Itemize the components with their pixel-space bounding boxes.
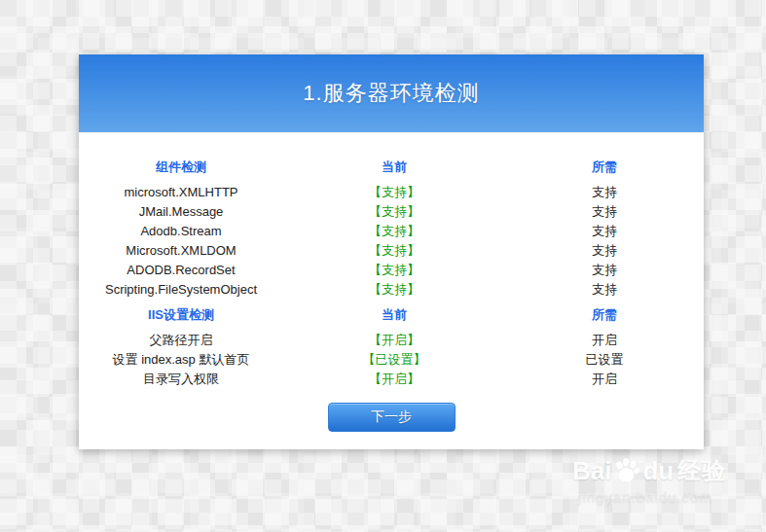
table-row: microsoft.XMLHTTP【支持】支持 <box>79 183 704 202</box>
section-header-cell: 当前 <box>283 305 505 325</box>
cell-current: 【开启】 <box>283 331 505 350</box>
cell-required: 支持 <box>505 202 704 222</box>
table-row: 目录写入权限【开启】开启 <box>79 370 704 389</box>
cell-name: 目录写入权限 <box>79 370 283 389</box>
watermark-logo: Bai du 经验 <box>572 455 757 486</box>
cell-name: 父路径开启 <box>79 331 283 350</box>
cell-name: microsoft.XMLHTTP <box>79 183 283 202</box>
section-header-row: IIS设置检测当前所需 <box>79 305 704 325</box>
check-table: 组件检测当前所需microsoft.XMLHTTP【支持】支持JMail.Mes… <box>79 132 704 389</box>
cell-name: ADODB.RecordSet <box>79 261 283 280</box>
table-row: 设置 index.asp 默认首页【已设置】已设置 <box>79 350 704 370</box>
environment-check-panel: 1.服务器环境检测 组件检测当前所需microsoft.XMLHTTP【支持】支… <box>79 54 704 449</box>
page-background: { "card": { "title": "1.服务器环境检测" }, "col… <box>0 0 766 532</box>
panel-header: 1.服务器环境检测 <box>79 54 704 132</box>
cell-required: 支持 <box>505 280 704 300</box>
table-row: Microsoft.XMLDOM【支持】支持 <box>79 241 704 261</box>
cell-current: 【已设置】 <box>283 350 505 370</box>
cell-current: 【支持】 <box>283 280 505 300</box>
table-row: Adodb.Stream【支持】支持 <box>79 222 704 241</box>
cell-current: 【支持】 <box>283 183 505 202</box>
paw-icon <box>612 456 641 485</box>
section-header-cell: IIS设置检测 <box>79 305 283 325</box>
next-step-button[interactable]: 下一步 <box>328 403 456 432</box>
cell-required: 已设置 <box>505 350 704 370</box>
cell-required: 支持 <box>505 261 704 280</box>
section-header-row: 组件检测当前所需 <box>79 158 704 177</box>
cell-name: Scripting.FileSystemObject <box>79 280 283 300</box>
section-header-cell: 所需 <box>505 158 704 177</box>
cell-name: Adodb.Stream <box>79 222 283 241</box>
cell-required: 开启 <box>505 331 704 350</box>
watermark-brand-prefix: Bai <box>572 456 611 486</box>
table-row: 父路径开启【开启】开启 <box>79 331 704 350</box>
watermark-brand-suffix: du <box>642 456 674 486</box>
watermark-brand-cn: 经验 <box>677 455 726 486</box>
cell-current: 【支持】 <box>283 222 505 241</box>
cell-current: 【支持】 <box>283 261 505 280</box>
cell-required: 支持 <box>505 241 704 261</box>
cell-name: JMail.Message <box>79 202 283 222</box>
cell-name: Microsoft.XMLDOM <box>79 241 283 261</box>
page-title: 1.服务器环境检测 <box>303 79 479 108</box>
table-row: JMail.Message【支持】支持 <box>79 202 704 222</box>
section-header-cell: 所需 <box>505 305 704 325</box>
table-row: Scripting.FileSystemObject【支持】支持 <box>79 280 704 300</box>
table-row: ADODB.RecordSet【支持】支持 <box>79 261 704 280</box>
watermark-url: jingyan.baidu.com <box>578 488 757 505</box>
cell-current: 【支持】 <box>283 202 505 222</box>
cell-required: 支持 <box>505 222 704 241</box>
baidu-jingyan-watermark: Bai du 经验 jingyan.baidu.com <box>572 455 757 505</box>
cell-required: 支持 <box>505 183 704 202</box>
cell-name: 设置 index.asp 默认首页 <box>79 350 283 370</box>
section-header-cell: 当前 <box>283 158 505 177</box>
cell-required: 开启 <box>505 370 704 389</box>
cell-current: 【开启】 <box>283 370 505 389</box>
cell-current: 【支持】 <box>283 241 505 261</box>
section-header-cell: 组件检测 <box>79 158 283 177</box>
